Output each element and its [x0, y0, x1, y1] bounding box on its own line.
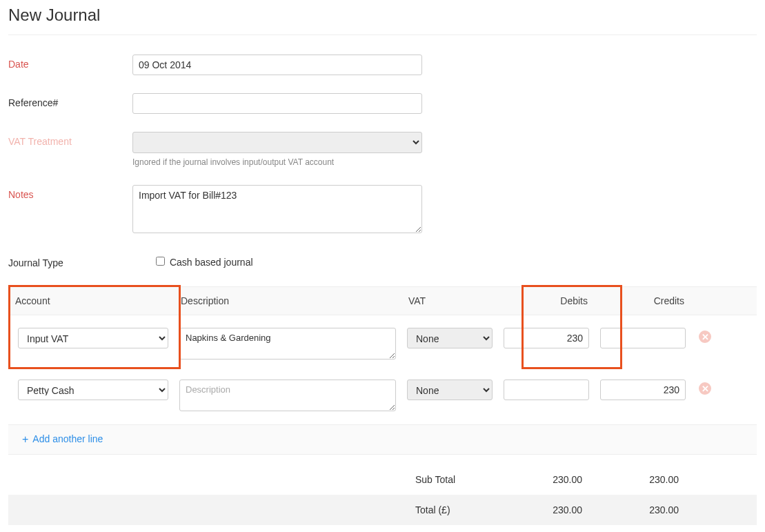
total-credit: 230.00 — [595, 504, 691, 515]
notes-label: Notes — [8, 185, 132, 200]
row1-account-select[interactable]: Input VAT — [18, 328, 168, 348]
subtotal-debit: 230.00 — [498, 474, 595, 485]
reference-input[interactable] — [132, 93, 422, 114]
col-header-credits: Credits — [595, 287, 691, 315]
vat-treatment-label: VAT Treatment — [8, 132, 132, 147]
table-row: Input VAT Napkins & Gardening None ✕ — [8, 315, 757, 367]
journal-type-label: Journal Type — [8, 253, 132, 268]
cash-based-checkbox-label[interactable]: Cash based journal — [153, 257, 253, 268]
row1-delete-icon[interactable]: ✕ — [699, 331, 711, 343]
row1-vat-select[interactable]: None — [407, 328, 493, 348]
cash-based-text: Cash based journal — [170, 257, 253, 268]
row1-description-input[interactable]: Napkins & Gardening — [179, 328, 396, 359]
subtotal-label: Sub Total — [401, 474, 498, 485]
col-header-debits: Debits — [498, 287, 595, 315]
total-debit: 230.00 — [498, 504, 595, 515]
totals-block: Sub Total 230.00 230.00 Total (£) 230.00… — [8, 464, 757, 525]
page-title: New Journal — [8, 0, 757, 35]
journal-table: Account Description VAT Debits Credits I… — [8, 286, 757, 419]
cash-based-checkbox[interactable] — [156, 257, 165, 266]
notes-row: Notes Import VAT for Bill#123 — [8, 185, 757, 235]
subtotal-credit: 230.00 — [595, 474, 691, 485]
reference-label: Reference# — [8, 93, 132, 108]
row2-description-input[interactable] — [179, 380, 396, 411]
row2-delete-icon[interactable]: ✕ — [699, 382, 711, 395]
date-row: Date — [8, 55, 757, 75]
vat-treatment-help: Ignored if the journal involves input/ou… — [132, 157, 422, 167]
add-line-link[interactable]: +Add another line — [22, 433, 103, 444]
date-label: Date — [8, 55, 132, 70]
plus-icon: + — [22, 433, 28, 445]
col-header-account: Account — [8, 287, 174, 315]
table-header: Account Description VAT Debits Credits — [8, 286, 757, 315]
vat-treatment-select[interactable] — [132, 132, 422, 153]
row2-vat-select[interactable]: None — [407, 380, 493, 400]
row2-credit-input[interactable] — [600, 380, 686, 400]
subtotal-row: Sub Total 230.00 230.00 — [8, 464, 757, 495]
row2-account-select[interactable]: Petty Cash — [18, 380, 168, 400]
row2-debit-input[interactable] — [504, 380, 589, 400]
table-row: Petty Cash None ✕ — [8, 367, 757, 419]
col-header-description: Description — [174, 287, 401, 315]
reference-row: Reference# — [8, 93, 757, 114]
add-line-row: +Add another line — [8, 424, 757, 455]
add-line-text: Add another line — [32, 433, 103, 444]
total-label: Total (£) — [401, 504, 498, 515]
row1-debit-input[interactable] — [504, 328, 589, 348]
row1-credit-input[interactable] — [600, 328, 686, 348]
total-row: Total (£) 230.00 230.00 — [8, 495, 757, 525]
date-input[interactable] — [132, 55, 422, 75]
vat-treatment-row: VAT Treatment Ignored if the journal inv… — [8, 132, 757, 167]
journal-type-row: Journal Type Cash based journal — [8, 253, 757, 268]
col-header-vat: VAT — [401, 287, 498, 315]
notes-textarea[interactable]: Import VAT for Bill#123 — [132, 185, 422, 233]
